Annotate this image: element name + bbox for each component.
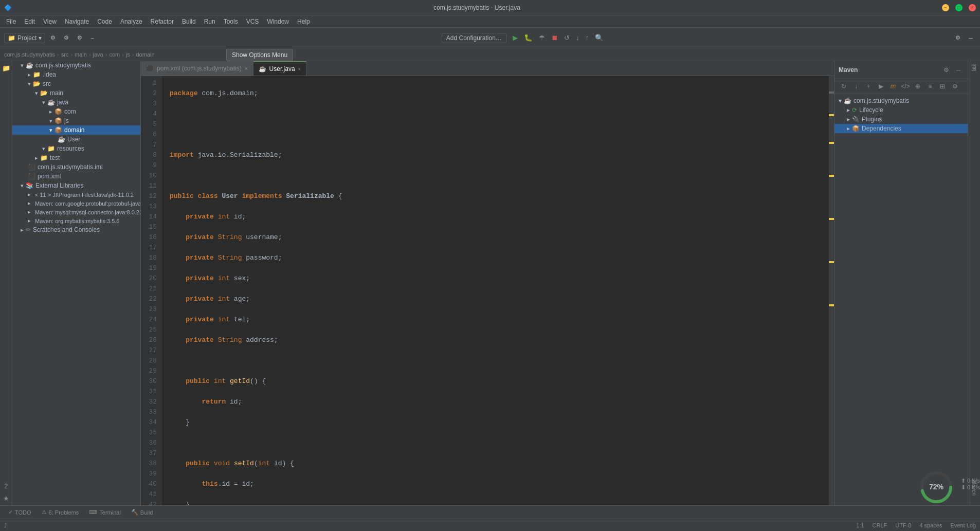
- collapse-button[interactable]: −: [87, 31, 97, 45]
- status-line-col[interactable]: 1:1: [856, 522, 864, 528]
- maven-collapse-button[interactable]: ⊕: [913, 81, 923, 91]
- sidebar-item-java[interactable]: ▾ ☕ java: [12, 98, 140, 107]
- breadcrumb-item-4[interactable]: com: [109, 51, 120, 58]
- database-icon[interactable]: 🗄: [969, 63, 979, 73]
- tab-user[interactable]: ☕ User.java ×: [253, 61, 307, 76]
- menu-build[interactable]: Build: [178, 17, 200, 26]
- sidebar-item-js[interactable]: ▾ 📦 js: [12, 116, 140, 125]
- maven-run-button[interactable]: ▶: [876, 81, 886, 91]
- tab-problems[interactable]: ⚠ 6: Problems: [38, 508, 83, 517]
- debug-button[interactable]: 🐛: [522, 33, 535, 43]
- close-button[interactable]: ×: [969, 4, 976, 11]
- menu-navigate[interactable]: Navigate: [61, 17, 93, 26]
- project-dropdown[interactable]: 📁 Project ▾: [4, 33, 45, 43]
- tab-pom-close[interactable]: ×: [245, 66, 248, 71]
- maven-tag-button[interactable]: </>: [900, 81, 911, 91]
- breadcrumb-item-1[interactable]: src: [61, 51, 69, 58]
- status-event-log[interactable]: Event Log: [950, 522, 976, 528]
- sidebar-item-com[interactable]: ▸ 📦 com: [12, 107, 140, 116]
- run-button[interactable]: ▶: [511, 33, 520, 43]
- tab-terminal[interactable]: ⌨ Terminal: [85, 508, 125, 517]
- config-settings-button[interactable]: ⚙: [74, 31, 85, 45]
- sidebar-item-mysql[interactable]: ▸ Maven: mysql:mysql-connector-java:8.0.…: [12, 208, 140, 216]
- tab-user-close[interactable]: ×: [298, 66, 301, 72]
- maven-list-button[interactable]: ≡: [925, 81, 935, 91]
- next-error-button[interactable]: ↓: [574, 33, 582, 43]
- menu-code[interactable]: Code: [93, 17, 116, 26]
- maven-refresh-button[interactable]: ↻: [839, 81, 849, 91]
- stop-button[interactable]: ⏹: [549, 33, 560, 43]
- maven-plugins[interactable]: ▸ 🔌 Plugins: [834, 115, 968, 124]
- tab-bar: ⬛ pom.xml (com.js.studymybatis) × ☕ User…: [141, 61, 834, 76]
- sidebar-item-mybatis[interactable]: ▸ Maven: org.mybatis:mybatis:3.5.6: [12, 216, 140, 225]
- sync-button[interactable]: ⚙: [47, 31, 59, 45]
- sidebar-item-jdk[interactable]: ▸ < 11 > JI\Program Files\Java\jdk-11.0.…: [12, 190, 140, 199]
- sidebar-item-test[interactable]: ▸ 📁 test: [12, 153, 140, 162]
- toolbar-hide-button[interactable]: ─: [966, 31, 976, 45]
- sidebar-item-iml[interactable]: ⬛ com.js.studymybatis.iml: [12, 162, 140, 172]
- structure-icon[interactable]: 2: [1, 481, 11, 491]
- breadcrumb-item-5[interactable]: js: [126, 51, 130, 58]
- menu-edit[interactable]: Edit: [20, 17, 39, 26]
- sidebar-item-pom[interactable]: ⬛ pom.xml: [12, 172, 140, 181]
- sidebar-item-project[interactable]: ▾ ☕ com.js.studymybatis: [12, 61, 140, 70]
- rerun-button[interactable]: ↺: [562, 33, 572, 43]
- tab-pom[interactable]: ⬛ pom.xml (com.js.studymybatis) ×: [141, 61, 253, 76]
- breadcrumb-item-6[interactable]: domain: [136, 51, 155, 58]
- maven-m-button[interactable]: m: [888, 81, 898, 91]
- status-right: 1:1 CRLF UTF-8 4 spaces Event Log: [856, 522, 976, 528]
- maximize-button[interactable]: □: [955, 4, 963, 11]
- folder-icon-resources: 📁: [47, 145, 55, 152]
- code-content[interactable]: package com.js.domain; import java.io.Se…: [161, 76, 829, 505]
- maven-dependencies[interactable]: ▸ 📦 Dependencies: [834, 124, 968, 133]
- sidebar-item-main[interactable]: ▾ 📂 main: [12, 88, 140, 98]
- prev-error-button[interactable]: ↑: [584, 33, 591, 43]
- sidebar-item-user[interactable]: ☕ User: [12, 135, 140, 144]
- maven-lifecycle[interactable]: ▸ ⟳ Lifecycle: [834, 105, 968, 115]
- settings-gear-button[interactable]: ⚙: [952, 31, 964, 45]
- tab-todo[interactable]: ✓ TODO: [4, 508, 35, 517]
- maven-config-button[interactable]: ⚙: [950, 81, 960, 91]
- sidebar-item-scratches[interactable]: ▸ ✏ Scratches and Consoles: [12, 225, 140, 234]
- sidebar-item-protobuf[interactable]: ▸ Maven: com.google.protobuf:protobuf-ja…: [12, 199, 140, 208]
- status-encoding[interactable]: UTF-8: [895, 522, 911, 528]
- add-configuration-button[interactable]: Add Configuration…: [442, 33, 506, 43]
- maven-download-button[interactable]: ↓: [851, 81, 861, 91]
- folder-icon-idea: 📁: [33, 71, 41, 78]
- menu-tools[interactable]: Tools: [220, 17, 242, 26]
- expand-icon-domain: ▾: [49, 127, 52, 134]
- menu-analyze[interactable]: Analyze: [116, 17, 147, 26]
- settings-button[interactable]: ⚙: [61, 31, 72, 45]
- maven-settings-button[interactable]: ⚙: [941, 65, 951, 75]
- sidebar-item-idea[interactable]: ▸ 📁 .idea: [12, 70, 140, 79]
- maven-root[interactable]: ▾ ☕ com.js.studymybatis: [834, 96, 968, 105]
- breadcrumb-item-3[interactable]: java: [93, 51, 103, 58]
- tab-build[interactable]: 🔨 Build: [127, 508, 157, 517]
- code-editor[interactable]: 1 2 3 4 5 6 7 8 9 10 11 12 13 14 15 16 1…: [141, 76, 834, 505]
- favorites-icon[interactable]: ★: [1, 493, 11, 503]
- menu-window[interactable]: Window: [263, 17, 293, 26]
- status-line-endings[interactable]: CRLF: [873, 522, 887, 528]
- menu-refactor[interactable]: Refactor: [147, 17, 178, 26]
- status-indent[interactable]: 4 spaces: [919, 522, 942, 528]
- search-everywhere-button[interactable]: 🔍: [593, 33, 606, 43]
- editor-scrollbar[interactable]: [829, 76, 834, 505]
- maven-grid-button[interactable]: ⊞: [937, 81, 948, 91]
- breadcrumb-item-2[interactable]: main: [75, 51, 87, 58]
- menu-vcs[interactable]: VCS: [242, 17, 263, 26]
- minimize-button[interactable]: −: [942, 4, 949, 11]
- sidebar-item-src[interactable]: ▾ 📂 src: [12, 79, 140, 88]
- maven-add-button[interactable]: +: [863, 81, 874, 91]
- sidebar-item-domain[interactable]: ▾ 📦 domain: [12, 125, 140, 135]
- menu-view[interactable]: View: [39, 17, 61, 26]
- menu-file[interactable]: File: [2, 17, 20, 26]
- project-view-icon[interactable]: 📁: [1, 63, 11, 73]
- menu-help[interactable]: Help: [293, 17, 314, 26]
- status-hg[interactable]: ⤴: [4, 522, 7, 528]
- menu-run[interactable]: Run: [200, 17, 220, 26]
- maven-hide-button[interactable]: ─: [953, 65, 964, 75]
- coverage-button[interactable]: ☂: [537, 33, 547, 43]
- breadcrumb-item-0[interactable]: com.js.studymybatis: [4, 51, 55, 58]
- sidebar-item-resources[interactable]: ▾ 📁 resources: [12, 144, 140, 153]
- sidebar-item-ext-libs[interactable]: ▾ 📚 External Libraries: [12, 181, 140, 190]
